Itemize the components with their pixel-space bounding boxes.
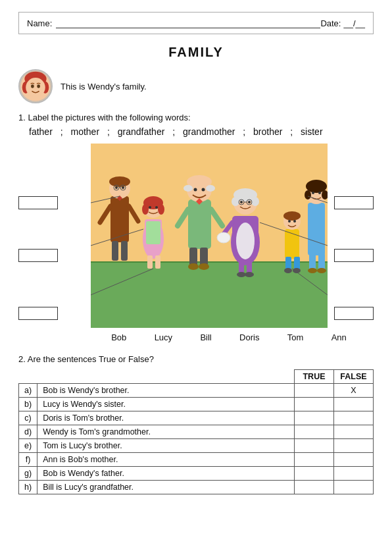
name-ann: Ann <box>331 332 347 342</box>
row-true[interactable] <box>295 384 334 398</box>
row-false[interactable] <box>334 439 374 453</box>
row-false[interactable] <box>334 425 374 439</box>
row-true[interactable] <box>295 411 334 425</box>
svg-point-85 <box>317 268 326 273</box>
name-tom: Tom <box>287 332 304 342</box>
row-false[interactable] <box>334 453 374 467</box>
row-false[interactable] <box>334 467 374 481</box>
section2: 2. Are the sentences True or False? TRUE… <box>18 354 374 494</box>
svg-rect-82 <box>309 253 316 270</box>
row-letter: c) <box>19 411 37 425</box>
row-false[interactable] <box>334 398 374 411</box>
row-sentence: Lucy is Wendy's sister. <box>37 398 295 411</box>
svg-point-63 <box>245 272 254 277</box>
row-false[interactable] <box>334 481 374 494</box>
true-false-table: TRUE FALSE a)Bob is Wendy's brother.Xb)L… <box>18 369 374 494</box>
svg-point-39 <box>194 188 197 192</box>
svg-point-50 <box>236 223 255 259</box>
svg-rect-34 <box>188 199 211 249</box>
svg-rect-42 <box>189 248 197 266</box>
sep4: ; <box>240 126 248 137</box>
label-box-topleft[interactable] <box>18 196 58 209</box>
row-letter: g) <box>19 467 37 481</box>
svg-rect-75 <box>308 203 325 255</box>
svg-point-12 <box>109 176 130 187</box>
svg-rect-71 <box>285 257 291 270</box>
wendy-section: This is Wendy's family. <box>18 69 374 103</box>
svg-point-45 <box>199 263 209 270</box>
date-label: Date: <box>320 18 341 28</box>
row-letter: e) <box>19 439 37 453</box>
svg-point-38 <box>206 185 215 192</box>
date-line: Date: __/__ <box>320 18 365 28</box>
row-true[interactable] <box>295 481 334 494</box>
row-letter: f) <box>19 453 37 467</box>
svg-point-27 <box>142 204 149 215</box>
name-label: Name: <box>27 18 52 28</box>
svg-rect-33 <box>146 221 160 244</box>
svg-point-56 <box>248 201 251 203</box>
svg-point-73 <box>284 268 292 273</box>
wendy-avatar <box>18 69 53 103</box>
name-lucy: Lucy <box>155 332 172 342</box>
svg-rect-18 <box>112 241 118 261</box>
svg-point-4 <box>26 78 45 97</box>
row-true[interactable] <box>295 467 334 481</box>
svg-point-69 <box>288 220 291 223</box>
svg-rect-83 <box>318 253 325 270</box>
row-true[interactable] <box>295 425 334 439</box>
row-sentence: Bill is Lucy's grandfather. <box>37 481 295 494</box>
svg-point-53 <box>232 197 239 206</box>
name-underline <box>56 18 320 28</box>
row-false[interactable] <box>334 411 374 425</box>
svg-point-13 <box>115 186 118 189</box>
svg-point-78 <box>305 190 311 199</box>
label-box-botleft[interactable] <box>18 307 58 320</box>
svg-point-54 <box>251 197 259 206</box>
svg-point-28 <box>158 204 164 215</box>
table-row: h)Bill is Lucy's grandfather. <box>19 481 374 494</box>
section2-instruction: 2. Are the sentences True or False? <box>18 354 374 364</box>
page-title: FAMILY <box>18 45 374 60</box>
svg-point-6 <box>37 84 40 88</box>
svg-point-37 <box>184 185 193 192</box>
family-image-area <box>91 144 367 330</box>
svg-point-44 <box>188 263 199 270</box>
svg-rect-19 <box>121 241 128 261</box>
svg-point-80 <box>312 192 314 194</box>
table-row: e)Tom is Lucy's brother. <box>19 439 374 453</box>
name-line: Name: <box>27 18 320 28</box>
name-doris: Doris <box>239 332 259 342</box>
svg-point-62 <box>237 272 246 277</box>
row-sentence: Doris is Tom's brother. <box>37 411 295 425</box>
word-list: father ; mother ; grandfather ; grandmot… <box>18 126 374 137</box>
row-true[interactable] <box>295 398 334 411</box>
row-letter: d) <box>19 425 37 439</box>
sep1: ; <box>58 126 66 137</box>
svg-point-81 <box>318 192 321 194</box>
table-row: d)Wendy is Tom's grandmother. <box>19 425 374 439</box>
name-bill: Bill <box>200 332 211 342</box>
row-sentence: Tom is Lucy's brother. <box>37 439 295 453</box>
word-sister: sister <box>301 126 322 137</box>
row-false[interactable]: X <box>334 384 374 398</box>
header-box: Name: Date: __/__ <box>18 12 374 34</box>
table-row: g)Bob is Wendy's father. <box>19 467 374 481</box>
row-true[interactable] <box>295 453 334 467</box>
svg-point-68 <box>283 211 301 221</box>
col-false-header: FALSE <box>334 370 374 384</box>
sep2: ; <box>105 126 112 137</box>
table-row: f)Ann is Bob's mother. <box>19 453 374 467</box>
wendy-description: This is Wendy's family. <box>61 82 147 92</box>
label-box-midleft[interactable] <box>18 249 58 262</box>
row-true[interactable] <box>295 439 334 453</box>
row-sentence: Ann is Bob's mother. <box>37 453 295 467</box>
section1-instruction: 1. Label the pictures with the following… <box>18 113 374 122</box>
family-illustration <box>91 144 328 328</box>
name-bob: Bob <box>111 332 126 342</box>
svg-point-5 <box>31 84 34 88</box>
row-sentence: Bob is Wendy's father. <box>37 467 295 481</box>
word-grandfather: grandfather <box>118 126 165 137</box>
table-row: b)Lucy is Wendy's sister. <box>19 398 374 411</box>
word-grandmother: grandmother <box>183 126 235 137</box>
